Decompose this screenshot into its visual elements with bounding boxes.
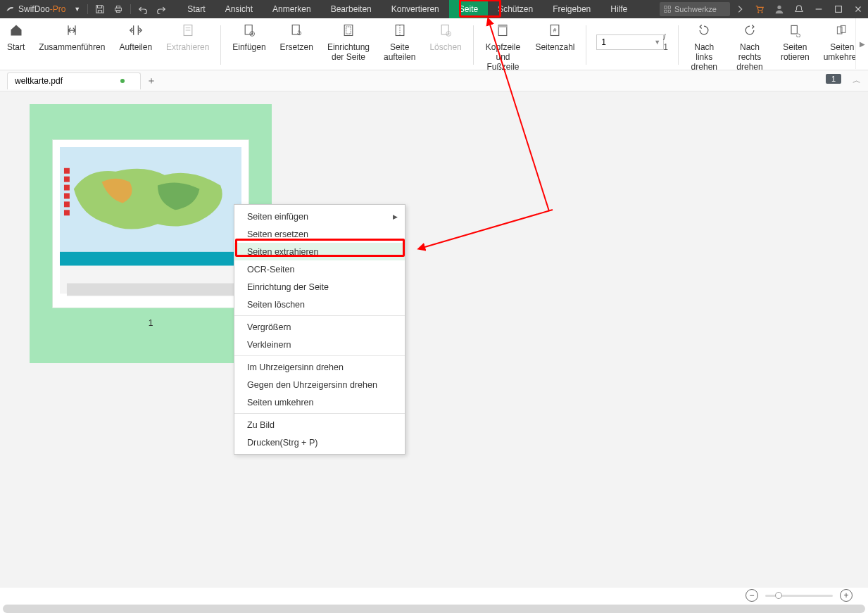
svg-rect-35 <box>67 283 234 296</box>
zoom-slider[interactable] <box>765 595 833 597</box>
ctx-page-setup[interactable]: Einrichtung der Seite <box>234 278 405 296</box>
document-tab-label: weltkarte.pdf <box>15 76 63 86</box>
menu-bearbeiten[interactable]: Bearbeiten <box>321 0 382 18</box>
ribbon-rotate-pages[interactable]: Seitenrotieren <box>774 23 817 62</box>
cart-icon[interactable] <box>750 0 769 18</box>
menu-freigeben[interactable]: Freigeben <box>543 0 600 18</box>
chevron-right-icon[interactable] <box>730 0 750 18</box>
print-icon[interactable] <box>109 0 127 18</box>
page-total: / 1 <box>663 32 668 52</box>
page-number-icon: # <box>548 23 562 37</box>
zoom-slider-knob[interactable] <box>775 592 782 599</box>
ctx-rotate-ccw[interactable]: Gegen den Uhrzeigersinn drehen <box>234 376 405 393</box>
rotate-right-icon <box>743 23 757 37</box>
document-content-preview <box>60 147 241 301</box>
ribbon-scroll-right[interactable]: ▶ <box>855 18 868 69</box>
menu-ansicht[interactable]: Ansicht <box>215 0 263 18</box>
modified-indicator-icon <box>120 79 125 83</box>
title-bar: SwifDoo-Pro ▼ Start Ansicht Anmerken Bea… <box>0 0 868 18</box>
page-dropdown-icon[interactable]: ▼ <box>654 39 660 46</box>
minimize-button[interactable] <box>809 0 829 18</box>
svg-rect-40 <box>64 201 70 207</box>
ctx-extract-pages[interactable]: Seiten extrahieren <box>234 243 405 260</box>
rotate-left-icon <box>697 23 711 37</box>
ribbon-merge[interactable]: Zusammenführen <box>32 23 112 52</box>
svg-rect-19 <box>346 27 351 34</box>
svg-point-7 <box>757 11 759 13</box>
split-page-icon <box>393 23 407 37</box>
svg-rect-29 <box>791 25 797 34</box>
page-thumbnail[interactable] <box>52 139 249 308</box>
save-icon[interactable] <box>91 0 109 18</box>
ribbon-header-footer[interactable]: Kopfzeileund Fußzeile <box>478 23 529 72</box>
ctx-delete-pages[interactable]: Seiten löschen <box>234 296 405 313</box>
menu-hilfe[interactable]: Hilfe <box>600 0 637 18</box>
svg-rect-11 <box>836 6 842 13</box>
ribbon-extract: Extrahieren <box>159 23 216 52</box>
svg-rect-26 <box>499 25 508 27</box>
rotate-pages-icon <box>788 23 802 37</box>
app-name: SwifDoo-Pro <box>18 4 65 14</box>
zoom-out-button[interactable]: − <box>746 589 758 602</box>
document-tab[interactable]: weltkarte.pdf <box>7 72 141 89</box>
page-setup-icon <box>341 23 356 37</box>
ctx-to-image[interactable]: Zu Bild <box>234 416 405 434</box>
ribbon-split-page[interactable]: Seiteaufteilen <box>377 23 422 62</box>
app-menu-dropdown[interactable]: ▼ <box>70 6 84 13</box>
ctx-ocr-pages[interactable]: OCR-Seiten <box>234 260 405 278</box>
ribbon-seite: Start Zusammenführen Aufteilen Extrahier… <box>0 18 868 70</box>
menu-schuetzen[interactable]: Schützen <box>488 0 543 18</box>
svg-rect-6 <box>668 10 670 12</box>
merge-icon <box>65 23 79 37</box>
ctx-replace-pages[interactable]: Seiten ersetzen <box>234 225 405 243</box>
close-button[interactable] <box>848 0 868 18</box>
page-number-control: ▼ / 1 <box>591 32 674 52</box>
maximize-button[interactable] <box>829 0 848 18</box>
ribbon-insert[interactable]: Einfügen <box>225 23 272 52</box>
menu-start[interactable]: Start <box>177 0 215 18</box>
ctx-reverse-pages[interactable]: Seiten umkehren <box>234 393 405 411</box>
extract-icon <box>181 23 195 37</box>
ctx-print[interactable]: Drucken(Strg + P) <box>234 434 405 451</box>
context-menu: Seiten einfügen▶ Seiten ersetzen Seiten … <box>234 204 405 455</box>
home-icon <box>9 23 23 37</box>
menu-konvertieren[interactable]: Konvertieren <box>382 0 449 18</box>
svg-rect-33 <box>60 252 241 266</box>
page-canvas: 1 <box>0 91 868 588</box>
collapse-ribbon-icon[interactable]: ︿ <box>853 75 861 87</box>
undo-icon[interactable] <box>134 0 152 18</box>
zoom-bar: − + <box>0 588 868 603</box>
ctx-zoom-in[interactable]: Vergrößern <box>234 318 405 336</box>
ctx-zoom-out[interactable]: Verkleinern <box>234 336 405 353</box>
replace-icon <box>289 23 303 37</box>
svg-point-8 <box>761 11 762 13</box>
svg-rect-22 <box>441 25 448 34</box>
ribbon-replace[interactable]: Ersetzen <box>273 23 320 52</box>
user-icon[interactable] <box>769 0 789 18</box>
ribbon-page-number[interactable]: # Seitenzahl <box>528 23 581 52</box>
bell-icon[interactable] <box>789 0 809 18</box>
thumbnail-number: 1 <box>149 318 153 328</box>
add-tab-button[interactable]: ＋ <box>144 73 159 89</box>
svg-rect-36 <box>64 168 70 174</box>
svg-rect-37 <box>64 177 70 182</box>
page-badge[interactable]: 1 <box>826 74 841 84</box>
ribbon-rotate-right[interactable]: Nach rechtsdrehen <box>726 23 774 72</box>
horizontal-scrollbar[interactable] <box>3 605 865 613</box>
ctx-insert-pages[interactable]: Seiten einfügen▶ <box>234 208 405 225</box>
ribbon-split[interactable]: Aufteilen <box>112 23 159 52</box>
grid-icon <box>664 6 672 13</box>
ribbon-start[interactable]: Start <box>0 23 32 52</box>
ribbon-page-setup[interactable]: Einrichtungder Seite <box>320 23 377 62</box>
svg-rect-39 <box>64 193 70 198</box>
menu-seite[interactable]: Seite <box>449 0 488 18</box>
menu-anmerken[interactable]: Anmerken <box>263 0 321 18</box>
ribbon-rotate-left[interactable]: Nach linksdrehen <box>683 23 726 72</box>
zoom-in-button[interactable]: + <box>840 589 853 602</box>
svg-rect-3 <box>665 6 667 8</box>
svg-rect-17 <box>292 25 299 34</box>
split-icon <box>129 23 143 37</box>
search-tools[interactable]: Suchwerkze <box>660 2 730 16</box>
ctx-rotate-cw[interactable]: Im Uhrzeigersinn drehen <box>234 358 405 376</box>
redo-icon[interactable] <box>152 0 170 18</box>
